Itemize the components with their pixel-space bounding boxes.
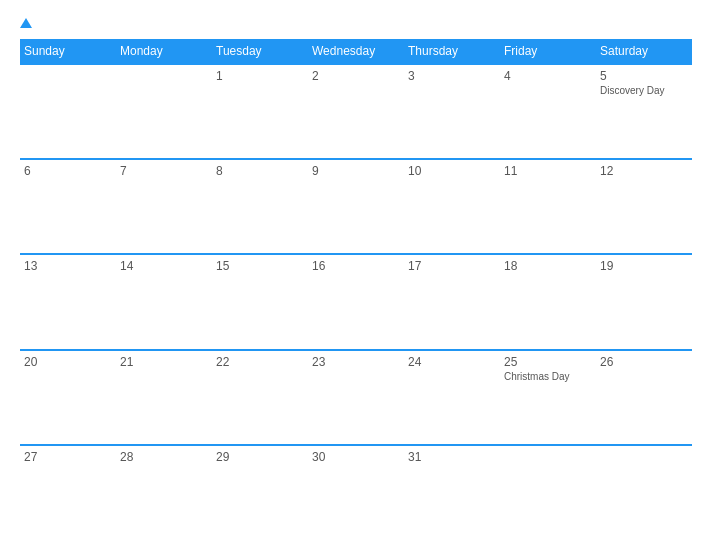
week-row-2: 6789101112: [20, 159, 692, 254]
logo: [20, 18, 34, 29]
day-number: 14: [120, 259, 208, 273]
day-number: 11: [504, 164, 592, 178]
day-number: 31: [408, 450, 496, 464]
day-number: 23: [312, 355, 400, 369]
day-number: 24: [408, 355, 496, 369]
calendar-page: SundayMondayTuesdayWednesdayThursdayFrid…: [0, 0, 712, 550]
day-number: 6: [24, 164, 112, 178]
day-number: 19: [600, 259, 688, 273]
day-number: 13: [24, 259, 112, 273]
day-number: 18: [504, 259, 592, 273]
weekday-header-row: SundayMondayTuesdayWednesdayThursdayFrid…: [20, 39, 692, 64]
calendar-cell: [20, 64, 116, 159]
holiday-name: Discovery Day: [600, 85, 688, 97]
day-number: 10: [408, 164, 496, 178]
day-number: 21: [120, 355, 208, 369]
weekday-header-tuesday: Tuesday: [212, 39, 308, 64]
calendar-cell: 16: [308, 254, 404, 349]
day-number: 9: [312, 164, 400, 178]
calendar-cell: 24: [404, 350, 500, 445]
day-number: 8: [216, 164, 304, 178]
calendar-cell: 14: [116, 254, 212, 349]
weekday-header-saturday: Saturday: [596, 39, 692, 64]
day-number: 12: [600, 164, 688, 178]
calendar-cell: 3: [404, 64, 500, 159]
calendar-cell: 11: [500, 159, 596, 254]
calendar-cell: 12: [596, 159, 692, 254]
calendar-cell: 19: [596, 254, 692, 349]
day-number: 20: [24, 355, 112, 369]
day-number: 4: [504, 69, 592, 83]
calendar-cell: 29: [212, 445, 308, 540]
calendar-table: SundayMondayTuesdayWednesdayThursdayFrid…: [20, 39, 692, 540]
day-number: 7: [120, 164, 208, 178]
day-number: 25: [504, 355, 592, 369]
calendar-cell: 7: [116, 159, 212, 254]
day-number: 17: [408, 259, 496, 273]
calendar-cell: 22: [212, 350, 308, 445]
day-number: 28: [120, 450, 208, 464]
calendar-cell: 5Discovery Day: [596, 64, 692, 159]
calendar-header: [20, 18, 692, 29]
calendar-cell: 2: [308, 64, 404, 159]
day-number: 5: [600, 69, 688, 83]
weekday-header-friday: Friday: [500, 39, 596, 64]
day-number: 29: [216, 450, 304, 464]
day-number: 3: [408, 69, 496, 83]
calendar-cell: 23: [308, 350, 404, 445]
weekday-header-thursday: Thursday: [404, 39, 500, 64]
week-row-3: 13141516171819: [20, 254, 692, 349]
week-row-5: 2728293031: [20, 445, 692, 540]
logo-triangle-icon: [20, 18, 32, 28]
calendar-cell: 31: [404, 445, 500, 540]
holiday-name: Christmas Day: [504, 371, 592, 383]
day-number: 30: [312, 450, 400, 464]
week-row-4: 202122232425Christmas Day26: [20, 350, 692, 445]
day-number: 27: [24, 450, 112, 464]
day-number: 2: [312, 69, 400, 83]
calendar-cell: 15: [212, 254, 308, 349]
day-number: 22: [216, 355, 304, 369]
weekday-header-monday: Monday: [116, 39, 212, 64]
calendar-cell: 17: [404, 254, 500, 349]
calendar-cell: 25Christmas Day: [500, 350, 596, 445]
calendar-cell: 21: [116, 350, 212, 445]
calendar-cell: [500, 445, 596, 540]
weekday-header-sunday: Sunday: [20, 39, 116, 64]
day-number: 15: [216, 259, 304, 273]
calendar-cell: 8: [212, 159, 308, 254]
logo-blue-text: [20, 18, 34, 29]
calendar-cell: 28: [116, 445, 212, 540]
calendar-cell: 10: [404, 159, 500, 254]
calendar-cell: 27: [20, 445, 116, 540]
calendar-cell: 6: [20, 159, 116, 254]
week-row-1: 12345Discovery Day: [20, 64, 692, 159]
calendar-cell: [596, 445, 692, 540]
calendar-cell: 9: [308, 159, 404, 254]
day-number: 26: [600, 355, 688, 369]
calendar-cell: [116, 64, 212, 159]
day-number: 1: [216, 69, 304, 83]
calendar-cell: 20: [20, 350, 116, 445]
calendar-cell: 18: [500, 254, 596, 349]
weekday-header-wednesday: Wednesday: [308, 39, 404, 64]
calendar-cell: 30: [308, 445, 404, 540]
calendar-cell: 1: [212, 64, 308, 159]
calendar-cell: 26: [596, 350, 692, 445]
day-number: 16: [312, 259, 400, 273]
calendar-cell: 4: [500, 64, 596, 159]
calendar-cell: 13: [20, 254, 116, 349]
